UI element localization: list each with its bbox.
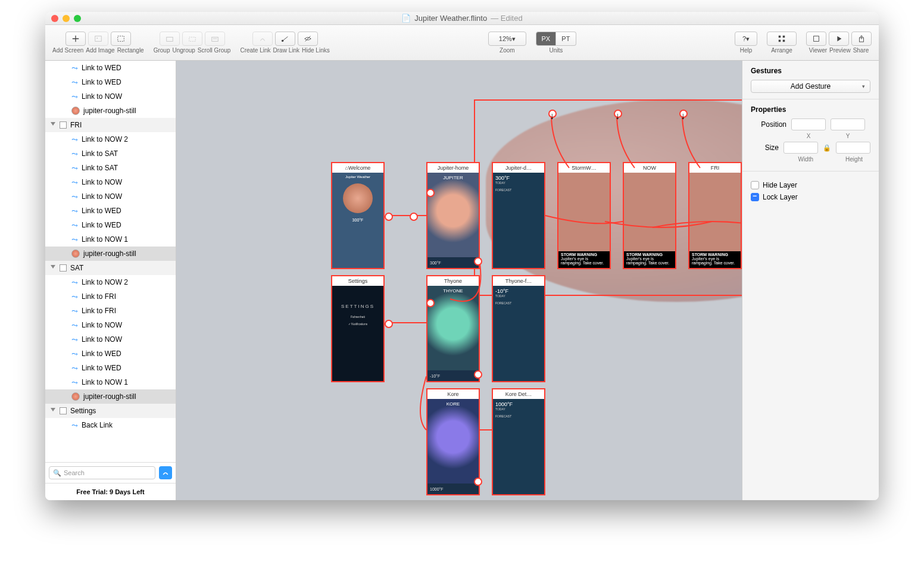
search-input[interactable]: 🔍 Search	[49, 466, 155, 479]
sidebar-item[interactable]: ⤳Link to NOW 2	[45, 275, 176, 289]
position-y-input[interactable]	[831, 118, 865, 130]
sidebar-item[interactable]: ⤳Link to SAT	[45, 146, 176, 161]
sidebar-section-fri[interactable]: FRI	[45, 118, 176, 132]
position-x-input[interactable]	[791, 118, 826, 130]
sidebar-item-label: Link to WED	[82, 221, 121, 229]
sidebar-item[interactable]: ⤳Link to NOW	[45, 332, 176, 347]
link-icon: ⤳	[71, 78, 78, 87]
add-screen-button[interactable]	[65, 32, 86, 46]
screen-icon	[60, 264, 67, 272]
link-node[interactable]	[474, 478, 482, 486]
units-pt-button[interactable]: PT	[556, 32, 576, 46]
sidebar-section-settings[interactable]: Settings	[45, 404, 176, 418]
sidebar-item[interactable]: ⤳Link to NOW	[45, 318, 176, 332]
rectangle-button[interactable]	[111, 32, 131, 46]
draw-link-button[interactable]	[275, 32, 295, 46]
sidebar-item[interactable]: ⤳Link to NOW 1	[45, 375, 176, 389]
ungroup-button[interactable]	[182, 32, 202, 46]
link-node[interactable]	[385, 320, 393, 328]
size-width-input[interactable]	[783, 142, 818, 154]
link-node[interactable]	[474, 370, 482, 379]
lock-aspect-icon[interactable]: 🔒	[823, 144, 831, 152]
sidebar-item[interactable]: ⤳Link to WED	[45, 361, 176, 375]
sidebar-item[interactable]: ⤳Link to WED	[45, 218, 176, 232]
hide-layer-checkbox[interactable]	[751, 181, 759, 189]
hide-links-button[interactable]	[298, 32, 318, 46]
sidebar-item-label: Link to WED	[82, 64, 121, 72]
link-node[interactable]	[426, 299, 435, 307]
help-button[interactable]: ?▾	[735, 32, 757, 46]
screen-jupiter-home[interactable]: Jupiter-home JUPITER 300°F	[426, 162, 480, 269]
sidebar-item-label: Link to NOW 1	[82, 378, 128, 386]
link-node[interactable]: ↓	[679, 110, 688, 118]
sidebar-item[interactable]: ⤳Link to FRI	[45, 304, 176, 318]
group-button[interactable]	[160, 32, 180, 46]
canvas[interactable]: ⌂ Welcome Jupiter Weather300°F Jupiter-h…	[176, 61, 742, 500]
screen-settings[interactable]: Settings SETTINGSFahrenheit✓ Notificatio…	[331, 275, 385, 382]
screen-icon	[60, 121, 67, 129]
link-icon: ⤳	[71, 378, 78, 387]
sidebar-item[interactable]: ⤳Link to NOW	[45, 189, 176, 204]
position-label: Position	[751, 120, 786, 129]
link-icon: ⤳	[71, 164, 78, 173]
link-node[interactable]: ↓	[614, 110, 622, 118]
edited-indicator: — Edited	[491, 14, 522, 23]
screen-jupiter-detail[interactable]: Jupiter-d… 300°FTODAYFORECAST	[492, 162, 545, 269]
arrange-button[interactable]	[767, 32, 797, 46]
sidebar-item[interactable]: ⤳Link to FRI	[45, 289, 176, 304]
link-icon: ⤳	[71, 278, 78, 287]
sidebar-item[interactable]: ⤳Link to NOW	[45, 175, 176, 189]
sidebar-item[interactable]: ⤳Back Link	[45, 418, 176, 432]
close-window[interactable]	[51, 15, 58, 22]
link-icon: ⤳	[71, 92, 78, 101]
screen-thyone[interactable]: Thyone THYONE -10°F	[426, 275, 480, 382]
screen-now[interactable]: NOW STORM WARNINGJupiter's eye is rampag…	[623, 162, 676, 269]
sidebar-item-label: Link to NOW	[82, 178, 122, 186]
add-image-label: Add Image	[86, 47, 114, 54]
screen-kore[interactable]: Kore KORE 1000°F	[426, 388, 480, 495]
link-node[interactable]	[474, 257, 482, 266]
screen-kore-detail[interactable]: Kore Det… 1000°FTODAYFORECAST	[492, 388, 545, 495]
zoom-window[interactable]	[74, 15, 81, 22]
sidebar-item[interactable]: ⤳Link to NOW	[45, 89, 176, 104]
sidebar-item[interactable]: jupiter-rough-still	[45, 247, 176, 261]
sidebar-item[interactable]: ⤳Link to WED	[45, 61, 176, 75]
share-button[interactable]	[851, 32, 872, 46]
sidebar-item[interactable]: ⤳Link to WED	[45, 347, 176, 361]
sidebar-section-sat[interactable]: SAT	[45, 261, 176, 275]
disclosure-icon	[51, 122, 55, 128]
add-gesture-button[interactable]: Add Gesture	[751, 80, 870, 93]
svg-rect-3	[166, 37, 173, 41]
sidebar-item[interactable]: ⤳Link to WED	[45, 204, 176, 218]
link-mode-toggle[interactable]	[159, 466, 172, 479]
link-node[interactable]: ↓	[548, 110, 557, 118]
size-height-input[interactable]	[836, 142, 870, 154]
minimize-window[interactable]	[63, 15, 70, 22]
sidebar-item[interactable]: jupiter-rough-still	[45, 104, 176, 118]
link-node[interactable]	[385, 213, 393, 221]
add-image-button[interactable]	[88, 32, 108, 46]
scroll-group-button[interactable]	[205, 32, 225, 46]
sidebar-item[interactable]: jupiter-rough-still	[45, 389, 176, 404]
link-icon: ⤳	[71, 292, 78, 301]
sidebar-item-label: jupiter-rough-still	[83, 107, 136, 115]
units-px-button[interactable]: PX	[536, 32, 556, 46]
screen-thyone-forecast[interactable]: Thyone-f… -10°FTODAYFORECAST	[492, 275, 545, 382]
lock-layer-label: Lock Layer	[763, 193, 798, 201]
preview-button[interactable]	[829, 32, 849, 46]
screen-storm-warning[interactable]: StormW… STORM WARNINGJupiter's eye is ra…	[557, 162, 611, 269]
screen-fri[interactable]: FRI STORM WARNINGJupiter's eye is rampag…	[688, 162, 742, 269]
link-node[interactable]	[426, 189, 435, 197]
sidebar-item[interactable]: ⤳Link to WED	[45, 75, 176, 89]
sidebar-item[interactable]: ⤳Link to SAT	[45, 161, 176, 175]
sidebar-item[interactable]: ⤳Link to NOW 2	[45, 132, 176, 146]
screen-welcome[interactable]: ⌂ Welcome Jupiter Weather300°F	[331, 162, 385, 269]
sidebar-item[interactable]: ⤳Link to NOW 1	[45, 232, 176, 247]
lock-layer-checkbox[interactable]	[751, 193, 759, 201]
zoom-select[interactable]: 12% ▾	[488, 32, 526, 46]
link-node[interactable]	[410, 213, 418, 221]
create-link-button[interactable]	[252, 32, 273, 46]
draw-link-label: Draw Link	[273, 47, 299, 54]
screen-icon	[60, 407, 67, 414]
viewer-button[interactable]	[806, 32, 826, 46]
